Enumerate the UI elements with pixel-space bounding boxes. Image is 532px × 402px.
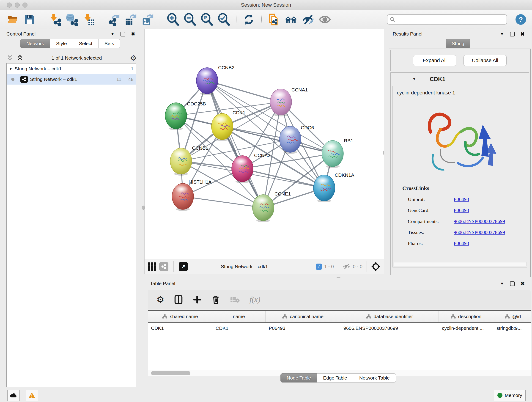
zoom-window-button[interactable]: [22, 2, 27, 7]
protein-header[interactable]: ▼ CDK1: [391, 73, 529, 85]
show-eye-button[interactable]: [318, 13, 331, 26]
node-CDKN1A[interactable]: CDKN1A: [313, 172, 354, 202]
column-header-description[interactable]: description: [439, 311, 493, 322]
table-settings-gear-icon[interactable]: ⚙: [157, 294, 164, 305]
node-HIST1H1A[interactable]: HIST1H1A: [172, 179, 211, 211]
table-cell[interactable]: 9606.ENSP00000378699: [340, 323, 439, 334]
zoom-fit-button[interactable]: [200, 13, 213, 26]
close-window-button[interactable]: [7, 2, 12, 7]
network-graph[interactable]: CCNB2CCNA1CDC25BCDK1CDC6RB1CCNB1CCNA2CDK…: [145, 29, 384, 259]
node-label-CDK1: CDK1: [233, 110, 245, 115]
memory-button[interactable]: Memory: [494, 390, 526, 401]
reposition-crosshair-icon[interactable]: [371, 262, 380, 271]
column-header-shared-name[interactable]: shared name: [148, 311, 212, 322]
table-cell[interactable]: P06493: [266, 323, 340, 334]
table-cell[interactable]: cyclin-dependent ...: [439, 323, 493, 334]
panel-close-icon[interactable]: ✖: [520, 281, 525, 287]
crosslink-link[interactable]: P06493: [454, 196, 469, 202]
zoom-out-button[interactable]: [183, 13, 196, 26]
zoom-selected-button[interactable]: [217, 13, 230, 26]
add-column-plus-icon[interactable]: [193, 295, 202, 304]
crosslink-link[interactable]: 9606.ENSP00000378699: [454, 230, 505, 235]
node-CDK1[interactable]: CDK1: [211, 110, 245, 141]
section-expander-icon[interactable]: ▼: [412, 77, 416, 81]
collapse-all-chevrons-icon[interactable]: [17, 55, 23, 61]
export-network-button[interactable]: [107, 13, 120, 26]
expand-all-button[interactable]: Expand All: [413, 55, 456, 66]
edge-CCNA2-CDKN1A[interactable]: [242, 169, 324, 188]
table-cell[interactable]: stringdb:9...: [493, 323, 531, 334]
delete-column-trash-icon[interactable]: [211, 295, 220, 304]
tab-style[interactable]: Style: [50, 39, 73, 48]
duplicate-network-button[interactable]: [268, 13, 280, 26]
network-share-toggle-icon[interactable]: [159, 262, 168, 271]
import-network-button[interactable]: [48, 13, 61, 26]
tab-network-table[interactable]: Network Table: [353, 373, 396, 383]
table-cell[interactable]: CDK1: [212, 323, 266, 334]
refresh-icon: [243, 13, 255, 26]
grid-view-icon[interactable]: [148, 262, 156, 271]
network-canvas[interactable]: CCNB2CCNA1CDC25BCDK1CDC6RB1CCNB1CCNA2CDK…: [144, 29, 384, 259]
search-input[interactable]: [398, 17, 504, 22]
crosslink-link[interactable]: P06493: [454, 240, 469, 246]
tree-expander-icon[interactable]: ▼: [9, 67, 12, 71]
selected-checkbox-icon[interactable]: ✓: [316, 264, 322, 270]
tab-sets[interactable]: Sets: [99, 39, 120, 48]
gear-icon[interactable]: ⚙: [130, 54, 137, 62]
birdseye-view-icon[interactable]: ↗: [179, 262, 188, 271]
crosslink-row: Tissues:9606.ENSP00000378699: [393, 230, 527, 235]
tab-network[interactable]: Network: [20, 39, 50, 48]
export-table-button[interactable]: [124, 13, 137, 26]
edge-CCNB2-CCNA1[interactable]: [207, 81, 281, 102]
tab-string[interactable]: String: [446, 39, 471, 48]
column-header-canonical-name[interactable]: canonical name: [266, 311, 340, 322]
hide-eye-icon: [302, 13, 314, 26]
crosslink-link[interactable]: 9606.ENSP00000378699: [454, 218, 505, 224]
left-splitter-handle[interactable]: [142, 206, 145, 210]
node-CCNB2[interactable]: CCNB2: [196, 65, 234, 95]
panel-float-icon[interactable]: [510, 32, 515, 36]
tab-edge-table[interactable]: Edge Table: [317, 373, 353, 383]
collapse-all-button[interactable]: Collapse All: [463, 55, 507, 66]
panel-collapse-icon[interactable]: ▼: [500, 32, 504, 36]
panel-float-icon[interactable]: [120, 32, 125, 36]
cloud-status-button[interactable]: [7, 390, 20, 401]
crosslink-link[interactable]: P06493: [454, 207, 469, 213]
expand-all-chevrons-icon[interactable]: [6, 55, 13, 61]
minimize-window-button[interactable]: [15, 2, 20, 7]
import-table-button[interactable]: [82, 13, 95, 26]
node-CCNA2[interactable]: CCNA2: [232, 153, 270, 183]
column-header-name[interactable]: name: [212, 311, 266, 322]
panel-collapse-icon[interactable]: ▼: [111, 32, 114, 36]
toolbar-search: [387, 14, 507, 25]
node-RB1[interactable]: RB1: [322, 138, 353, 168]
table-row[interactable]: CDK1CDK1P064939606.ENSP00000378699cyclin…: [148, 323, 531, 334]
help-button[interactable]: ?: [515, 14, 526, 25]
open-session-button[interactable]: [6, 13, 19, 26]
houses-button[interactable]: [285, 13, 298, 26]
refresh-button[interactable]: [242, 13, 255, 26]
show-columns-icon[interactable]: [174, 295, 183, 304]
hide-eye-button[interactable]: [302, 13, 314, 26]
tab-node-table[interactable]: Node Table: [280, 373, 317, 383]
save-session-button[interactable]: [23, 13, 36, 26]
export-image-button[interactable]: [141, 13, 154, 26]
table-cell[interactable]: CDK1: [148, 323, 212, 334]
panel-collapse-icon[interactable]: ▼: [500, 281, 504, 286]
network-collection-row[interactable]: ▼ String Network – cdk1 1: [7, 64, 136, 74]
panel-close-icon[interactable]: ✖: [131, 31, 135, 37]
column-header-@id[interactable]: @id: [493, 311, 531, 322]
edge-HIST1H1A-CCNE1[interactable]: [183, 196, 263, 208]
edge-CCNB2-CCNE1[interactable]: [207, 81, 263, 208]
node-CCNA1[interactable]: CCNA1: [270, 87, 308, 116]
results-scrollbar[interactable]: [394, 262, 526, 266]
column-header-database-identifier[interactable]: database identifier: [340, 311, 439, 322]
node-label-CCNB1: CCNB1: [192, 145, 208, 151]
tab-select[interactable]: Select: [73, 39, 99, 48]
panel-float-icon[interactable]: [510, 281, 515, 286]
network-row[interactable]: String Network – cdk1 11 48: [7, 74, 136, 85]
import-network-from-database-button[interactable]: [65, 13, 78, 26]
zoom-in-button[interactable]: [166, 13, 179, 26]
warning-status-button[interactable]: [26, 390, 38, 401]
panel-close-icon[interactable]: ✖: [520, 31, 525, 37]
